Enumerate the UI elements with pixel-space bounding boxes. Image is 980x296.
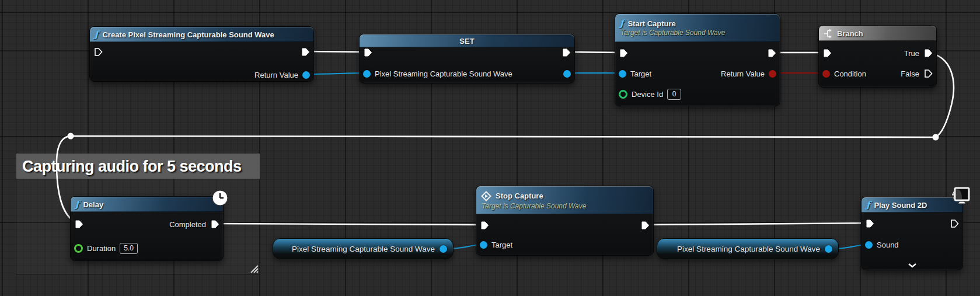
false-exec-out-pin[interactable]: [923, 69, 933, 78]
exec-in-pin[interactable]: [865, 219, 874, 228]
node-branch[interactable]: Branch True Condition False: [818, 25, 937, 88]
node-subtitle: Target is Capturable Sound Wave: [620, 29, 725, 37]
pin-label-target: Target: [630, 69, 651, 78]
pin-label-target: Target: [491, 241, 512, 249]
node-title: Play Sound 2D: [874, 201, 927, 210]
blueprint-graph-canvas[interactable]: Capturing audio for 5 seconds ƒ: [0, 0, 980, 296]
pin-label-completed: Completed: [169, 220, 206, 229]
variable-getter-pixel-streaming-capturable-sound-wave[interactable]: Pixel Streaming Capturable Sound Wave: [273, 238, 454, 259]
exec-in-pin[interactable]: [93, 47, 103, 57]
pin-label-device-id: Device Id: [632, 90, 663, 99]
exec-in-pin[interactable]: [822, 48, 832, 58]
reroute-node-right[interactable]: [933, 134, 939, 141]
condition-pin[interactable]: [822, 70, 830, 78]
pin-label-true: True: [904, 49, 919, 58]
sound-pin[interactable]: [865, 241, 873, 249]
node-stop-capture[interactable]: Stop Capture Target is Capturable Sound …: [476, 186, 654, 256]
target-pin[interactable]: [480, 241, 487, 249]
comment-resize-handle[interactable]: [248, 263, 259, 273]
pin-label-return-value: Return Value: [254, 71, 298, 79]
variable-name: Pixel Streaming Capturable Sound Wave: [677, 245, 820, 253]
target-pin[interactable]: [619, 70, 626, 78]
variable-name: Pixel Streaming Capturable Sound Wave: [292, 245, 435, 253]
function-icon: ƒ: [866, 201, 870, 210]
device-id-pin[interactable]: [619, 90, 627, 99]
exec-in-pin[interactable]: [480, 221, 489, 230]
true-exec-out-pin[interactable]: [923, 48, 933, 58]
exec-in-pin[interactable]: [74, 220, 83, 229]
exec-in-pin[interactable]: [619, 48, 628, 58]
variable-out-pin[interactable]: [825, 245, 832, 253]
pin-label-false: False: [901, 69, 919, 78]
node-delay[interactable]: ƒ Delay Completed Duration 5.0: [70, 196, 224, 261]
function-icon: ƒ: [75, 200, 79, 209]
reroute-node-left[interactable]: [68, 133, 74, 140]
latent-clock-icon: [212, 190, 228, 206]
variable-out-pin[interactable]: [563, 70, 571, 78]
duration-pin[interactable]: [74, 244, 83, 253]
exec-out-pin[interactable]: [640, 221, 650, 230]
branch-icon: [824, 29, 833, 39]
variable-in-pin[interactable]: [363, 70, 371, 78]
function-icon: ƒ: [95, 30, 98, 39]
function-icon: ƒ: [620, 19, 623, 28]
return-value-pin[interactable]: [769, 70, 776, 78]
exec-out-pin[interactable]: [767, 48, 776, 58]
exec-out-pin[interactable]: [301, 47, 310, 57]
node-title: Branch: [837, 29, 863, 38]
node-title: Stop Capture: [496, 191, 543, 200]
node-start-capture[interactable]: ƒ Start Capture Target is Capturable Sou…: [615, 13, 780, 106]
exec-in-pin[interactable]: [363, 48, 372, 57]
return-value-pin[interactable]: [302, 71, 310, 79]
expand-advanced-pins-chevron-icon[interactable]: [908, 263, 917, 268]
wire-exec-stopcapture-to-playsound: [644, 223, 870, 225]
node-create-pixel-streaming-capturable-sound-wave[interactable]: ƒ Create Pixel Streaming Capturable Soun…: [89, 26, 314, 82]
diamond-function-icon: [481, 191, 491, 201]
node-title: Start Capture: [627, 19, 675, 28]
duration-value-input[interactable]: 5.0: [120, 243, 138, 254]
node-set-variable[interactable]: SET Pixel Streaming Capturable Sound Wav…: [359, 34, 575, 83]
node-play-sound-2d[interactable]: ƒ Play Sound 2D Sound: [861, 197, 963, 270]
comment-title[interactable]: Capturing audio for 5 seconds: [16, 154, 260, 179]
node-title: Create Pixel Streaming Capturable Sound …: [102, 30, 274, 39]
node-subtitle: Target is Capturable Sound Wave: [481, 202, 586, 210]
pin-label-variable: Pixel Streaming Capturable Sound Wave: [375, 69, 512, 78]
client-only-monitor-icon: [948, 186, 970, 207]
completed-exec-out-pin[interactable]: [210, 220, 219, 229]
exec-out-pin[interactable]: [562, 48, 571, 57]
pin-label-condition: Condition: [834, 69, 866, 78]
pin-label-return-value: Return Value: [721, 69, 765, 78]
variable-getter-pixel-streaming-capturable-sound-wave[interactable]: Pixel Streaming Capturable Sound Wave: [657, 238, 839, 259]
pin-label-sound: Sound: [877, 241, 899, 249]
variable-out-pin[interactable]: [440, 245, 447, 253]
device-id-value-input[interactable]: 0: [667, 89, 681, 100]
pin-label-duration: Duration: [87, 244, 116, 253]
exec-out-pin[interactable]: [950, 219, 959, 228]
node-title: SET: [364, 37, 570, 46]
node-title: Delay: [83, 200, 103, 209]
